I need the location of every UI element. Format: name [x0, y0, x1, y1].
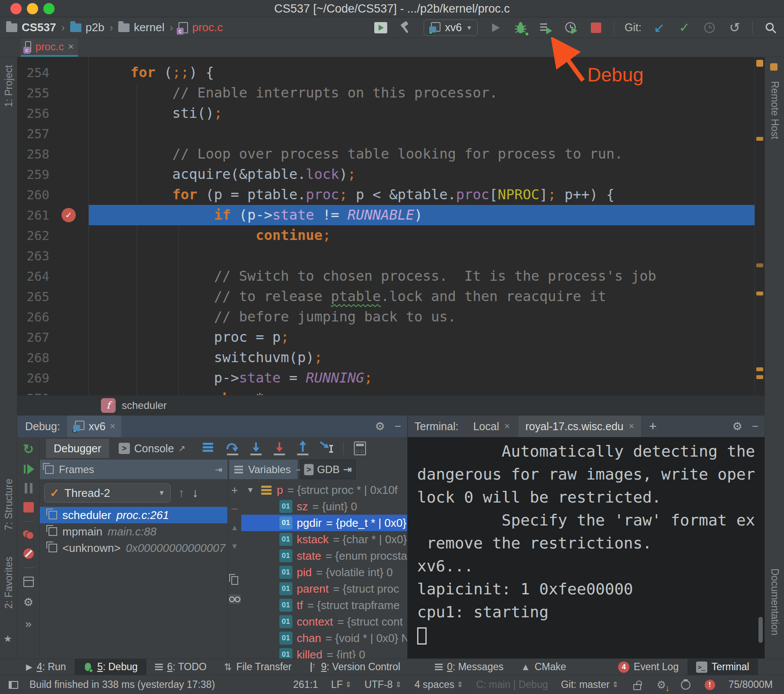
terminal-tab-remote[interactable]: royal-17.cs.wisc.edu × [518, 415, 641, 437]
code-line[interactable] [89, 123, 755, 144]
previous-frame-button[interactable]: ↑ [178, 486, 185, 500]
code-line[interactable]: proc = p; [89, 327, 755, 347]
toolwindow-button-version-control[interactable]: 9: Version Control [300, 659, 409, 675]
settings-gear-icon[interactable]: ⚙ [732, 420, 742, 433]
toolwindow-button-file-transfer[interactable]: ⇅File Transfer [215, 659, 300, 675]
variable-row[interactable]: 01state= {enum procsta [241, 548, 407, 564]
stop-button[interactable] [23, 502, 34, 512]
stripe-mark[interactable] [756, 292, 763, 295]
stripe-mark[interactable] [756, 367, 763, 371]
execution-line[interactable]: if (p->state != RUNNABLE) [89, 205, 755, 225]
view-breakpoints-button[interactable] [23, 530, 34, 540]
inspection-status-icon[interactable] [756, 60, 763, 67]
move-watch-up-button[interactable]: ▲ [231, 523, 239, 532]
terminal-output[interactable]: Automatically detecting thedangerous for… [408, 437, 765, 658]
terminal-cursor[interactable] [417, 627, 427, 645]
minimize-window-button[interactable] [27, 3, 38, 14]
variable-row[interactable]: 01context= {struct cont [241, 613, 407, 630]
step-over-button[interactable] [226, 441, 239, 455]
toolwindow-button-cmake[interactable]: ▲CMake [512, 659, 575, 675]
breadcrumb-kernel[interactable]: kernel [118, 21, 165, 34]
debugger-settings-icon[interactable]: ⚙ [23, 596, 33, 609]
move-pane-icon[interactable]: ⇥ [215, 464, 222, 475]
tab-console[interactable]: > Console ↗ [111, 439, 194, 458]
toolwindow-button-event-log[interactable]: 4Event Log [609, 659, 687, 675]
move-pane-icon[interactable]: ⇥ [343, 464, 352, 476]
variable-row[interactable]: 01kstack= {char * | 0x0} [241, 531, 407, 548]
terminal-scrollbar[interactable] [758, 617, 763, 643]
resume-button[interactable] [24, 464, 33, 474]
function-name[interactable]: scheduler [122, 399, 167, 412]
breadcrumb-file[interactable]: proc.c [178, 21, 223, 34]
status-widget-c-main-debug[interactable]: C: main | Debug [476, 679, 548, 691]
status-icon-gear-sync[interactable]: ⚙↓ [656, 679, 667, 691]
hide-panel-icon[interactable]: − [752, 420, 758, 433]
git-history-button[interactable] [702, 20, 717, 35]
add-watch-button[interactable]: + [231, 485, 238, 495]
close-tab-icon[interactable]: × [68, 41, 74, 52]
code-line[interactable]: // to release ptable.lock and then reacq… [89, 286, 755, 307]
stripe-mark[interactable] [756, 263, 763, 267]
close-icon[interactable]: × [629, 421, 635, 432]
status-icon-fatal-error[interactable]: ! [704, 679, 716, 691]
code-line[interactable]: for (;;) { [89, 62, 755, 83]
git-update-button[interactable]: ↙ [652, 20, 667, 35]
run-in-window-button[interactable] [373, 20, 388, 35]
editor-scroll-stripe[interactable] [755, 57, 765, 395]
step-out-button[interactable] [296, 441, 309, 455]
debug-session-tab[interactable]: xv6 × [67, 415, 122, 437]
stripe-mark[interactable] [756, 375, 763, 379]
debug-button[interactable] [513, 20, 528, 35]
toolwindow-button-debug[interactable]: 5: Debug [75, 659, 146, 675]
code-line[interactable]: // Switch to chosen process. It is the p… [89, 266, 755, 286]
code-line[interactable]: // Enable interrupts on this processor. [89, 83, 755, 103]
sidebar-item-project[interactable]: 1: Project [3, 65, 14, 107]
code-editor[interactable]: 254255256257258259260261✓262263264265266… [17, 57, 765, 395]
terminal-tab-local[interactable]: Local × [466, 415, 517, 437]
sidebar-item-favorites[interactable]: 2: Favorites [3, 557, 14, 609]
code-line[interactable]: p->state = RUNNING; [89, 368, 755, 388]
duplicate-watch-button[interactable] [231, 576, 238, 585]
code-line[interactable]: sti(); [89, 103, 755, 123]
code-line[interactable]: acquire(&ptable.lock); [89, 164, 755, 185]
editor-tab-proc-c[interactable]: proc.c × [21, 38, 78, 57]
status-icon-lock[interactable] [632, 679, 643, 691]
step-into-button[interactable] [249, 441, 262, 455]
variable-row[interactable]: 01pid= {volatile int} 0 [241, 564, 407, 580]
rerun-button[interactable]: ↻ [23, 443, 34, 455]
search-everywhere-button[interactable] [763, 20, 778, 35]
tab-gdb[interactable]: > GDB ⇥ [300, 460, 356, 479]
run-button[interactable] [488, 20, 503, 35]
status-widget-75-8000m[interactable]: 75/8000M [729, 679, 773, 691]
close-icon[interactable]: × [110, 421, 116, 432]
close-window-button[interactable] [10, 3, 22, 14]
profiler-button[interactable] [564, 20, 578, 35]
breadcrumb-project[interactable]: CS537 [6, 21, 56, 34]
code-area[interactable]: for (;;) { // Enable interrupts on this … [89, 57, 755, 395]
status-widget-4-spaces[interactable]: 4 spaces⇕ [415, 679, 463, 691]
close-icon[interactable]: × [504, 421, 510, 432]
more-options-icon[interactable]: » [25, 617, 31, 631]
breadcrumb-p2b[interactable]: p2b [70, 21, 104, 34]
toolwindow-toggle-icon[interactable] [9, 681, 18, 689]
build-status-message[interactable]: Build finished in 338 ms (yesterday 17:3… [29, 679, 215, 691]
status-widget-261-1[interactable]: 261:1 [293, 679, 318, 691]
zoom-window-button[interactable] [43, 3, 55, 14]
toolwindow-button-todo[interactable]: 6: TODO [146, 659, 215, 675]
variable-row[interactable]: 01pgdir= {pde_t * | 0x0} [241, 515, 407, 531]
thread-select[interactable]: ✓ Thread-2 ▼ [44, 483, 171, 503]
code-line[interactable]: switchuvm(p); [89, 347, 755, 368]
variables-header[interactable]: Variables ⇥ [229, 460, 298, 479]
git-rollback-button[interactable]: ↺ [727, 20, 742, 35]
toolwindow-button-terminal[interactable]: >_Terminal [687, 659, 758, 675]
stripe-mark[interactable] [756, 137, 763, 141]
stack-frame[interactable]: <unknown>0x00000000000007 [40, 540, 227, 556]
sidebar-item-structure[interactable]: 7: Structure [3, 479, 14, 530]
code-line[interactable]: for (p = ptable.proc; p < &ptable.proc[N… [89, 185, 755, 205]
breakpoint-icon[interactable]: ✓ [62, 208, 76, 222]
code-line[interactable]: char *name = p->name; [89, 388, 755, 395]
code-line[interactable]: continue; [89, 225, 755, 246]
git-commit-button[interactable]: ✓ [677, 20, 692, 35]
run-with-coverage-button[interactable] [538, 20, 553, 35]
variable-row[interactable]: 01killed= {int} 0 [241, 646, 407, 658]
